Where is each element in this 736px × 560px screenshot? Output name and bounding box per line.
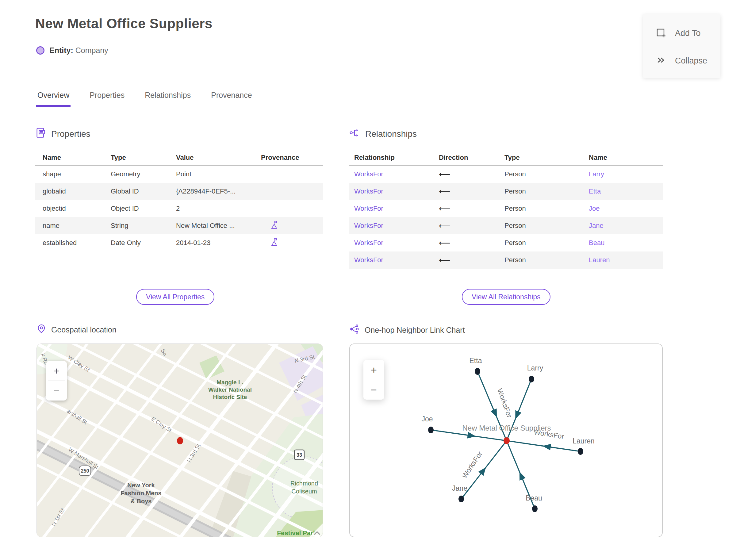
edge-label-worksfor: WorksFor — [496, 387, 513, 419]
view-all-relationships-button[interactable]: View All Relationships — [462, 289, 550, 305]
graph-center-label: New Metal Office Suppliers — [462, 424, 551, 432]
entity-type-icon — [36, 46, 44, 55]
properties-table: Name Type Value Provenance shape Geometr… — [35, 150, 323, 251]
table-row: name String New Metal Office ... — [35, 217, 323, 234]
col-type: Type — [111, 154, 176, 162]
table-row: WorksFor ⟵ Person Larry — [349, 166, 663, 183]
relationships-table-header: Relationship Direction Type Name — [349, 150, 663, 166]
zoom-in-button[interactable]: + — [363, 360, 384, 380]
collapse-icon — [655, 54, 666, 67]
entity-name-link[interactable]: Beau — [589, 239, 663, 247]
col-type: Type — [504, 154, 589, 162]
tab-properties[interactable]: Properties — [88, 91, 126, 107]
add-to-button[interactable]: Add To — [655, 23, 720, 43]
geospatial-section-title: Geospatial location — [51, 325, 117, 334]
node-label: Joe — [421, 415, 433, 423]
link-chart[interactable]: WorksFor WorksFor WorksFor Etta Larry Jo… — [349, 343, 663, 537]
table-row: shape Geometry Point — [35, 166, 323, 183]
zoom-in-button[interactable]: + — [46, 361, 67, 381]
svg-text:New York: New York — [127, 482, 155, 489]
properties-section-title: Properties — [51, 129, 90, 139]
add-to-icon — [655, 27, 666, 40]
provenance-flag-icon[interactable] — [261, 237, 323, 248]
table-row: WorksFor ⟵ Person Jane — [349, 217, 663, 234]
direction-arrow: ⟵ — [439, 187, 504, 196]
chart-zoom-control: + − — [363, 360, 384, 400]
col-value: Value — [176, 154, 261, 162]
link-chart-section-header: One-hop Neighbor Link Chart — [349, 324, 465, 336]
col-direction: Direction — [439, 154, 504, 162]
entity-name-link[interactable]: Joe — [589, 205, 663, 213]
geospatial-map[interactable]: k Ro W Clay St Sa N 3rd St N 4th St arsh… — [36, 343, 323, 537]
relationship-link[interactable]: WorksFor — [354, 170, 439, 178]
zoom-out-button[interactable]: − — [363, 380, 384, 400]
graph-node-lauren[interactable] — [578, 448, 583, 455]
page-title: New Metal Office Suppliers — [35, 16, 213, 31]
link-chart-icon — [349, 324, 360, 336]
entity-name-link[interactable]: Lauren — [589, 256, 663, 264]
relationships-icon — [349, 127, 360, 140]
svg-text:Historic Site: Historic Site — [213, 394, 247, 400]
entity-name-link[interactable]: Jane — [589, 222, 663, 230]
svg-text:250: 250 — [81, 468, 89, 474]
properties-icon — [35, 127, 46, 140]
entity-detail-page: New Metal Office Suppliers Entity: Compa… — [0, 0, 736, 560]
col-name: Name — [589, 154, 663, 162]
tab-provenance[interactable]: Provenance — [210, 91, 253, 107]
table-row: WorksFor ⟵ Person Beau — [349, 234, 663, 251]
map-canvas: k Ro W Clay St Sa N 3rd St N 4th St arsh… — [37, 344, 323, 537]
direction-arrow: ⟵ — [439, 170, 504, 179]
graph-node-center[interactable] — [504, 437, 510, 444]
graph-node-jane[interactable] — [458, 496, 464, 502]
link-chart-section-title: One-hop Neighbor Link Chart — [365, 326, 465, 335]
node-label: Lauren — [573, 437, 595, 445]
graph-node-beau[interactable] — [532, 505, 538, 512]
map-shield-33: 33 — [294, 450, 304, 460]
zoom-out-button[interactable]: − — [46, 381, 67, 401]
action-menu: Add To Collapse — [643, 14, 720, 78]
svg-text:& Boys: & Boys — [131, 498, 152, 504]
relationship-link[interactable]: WorksFor — [354, 239, 439, 247]
svg-text:33: 33 — [297, 452, 302, 458]
graph-node-larry[interactable] — [529, 376, 534, 382]
direction-arrow: ⟵ — [439, 204, 504, 213]
table-row: globalid Global ID {A228944F-0EF5-... — [35, 183, 323, 200]
provenance-flag-icon[interactable] — [261, 220, 323, 231]
col-relationship: Relationship — [354, 154, 439, 162]
link-chart-canvas: WorksFor WorksFor WorksFor Etta Larry Jo… — [350, 344, 662, 537]
relationships-section-header: Relationships — [349, 127, 417, 140]
relationship-link[interactable]: WorksFor — [354, 205, 439, 213]
add-to-label: Add To — [675, 29, 701, 38]
collapse-button[interactable]: Collapse — [655, 51, 720, 71]
relationships-section-title: Relationships — [365, 129, 417, 139]
svg-text:Maggie L.: Maggie L. — [217, 379, 243, 385]
properties-table-header: Name Type Value Provenance — [35, 150, 323, 166]
col-name: Name — [43, 154, 111, 162]
table-row: established Date Only 2014-01-23 — [35, 234, 323, 251]
table-row: WorksFor ⟵ Person Etta — [349, 183, 663, 200]
map-entity-marker[interactable] — [177, 437, 183, 444]
table-row: WorksFor ⟵ Person Lauren — [349, 251, 663, 269]
node-label: Larry — [527, 364, 543, 372]
map-shield-250: 250 — [79, 466, 91, 476]
col-provenance: Provenance — [261, 154, 323, 162]
direction-arrow: ⟵ — [439, 238, 504, 248]
tab-overview[interactable]: Overview — [36, 91, 71, 107]
collapse-label: Collapse — [675, 56, 707, 66]
tab-relationships[interactable]: Relationships — [144, 91, 192, 107]
relationship-link[interactable]: WorksFor — [354, 222, 439, 230]
relationship-link[interactable]: WorksFor — [354, 256, 439, 264]
graph-node-etta[interactable] — [475, 368, 480, 375]
node-label: Jane — [452, 484, 467, 492]
entity-name-link[interactable]: Larry — [589, 170, 663, 178]
map-pin-icon — [36, 324, 46, 336]
svg-text:Fashion Mens: Fashion Mens — [121, 490, 161, 497]
relationship-link[interactable]: WorksFor — [354, 187, 439, 195]
direction-arrow: ⟵ — [439, 255, 504, 265]
entity-name-link[interactable]: Etta — [589, 187, 663, 195]
entity-type-row: Entity: Company — [36, 46, 108, 55]
geospatial-section-header: Geospatial location — [36, 324, 117, 336]
view-all-properties-button[interactable]: View All Properties — [136, 289, 214, 305]
graph-node-joe[interactable] — [428, 427, 434, 433]
entity-label: Entity: — [49, 46, 73, 55]
